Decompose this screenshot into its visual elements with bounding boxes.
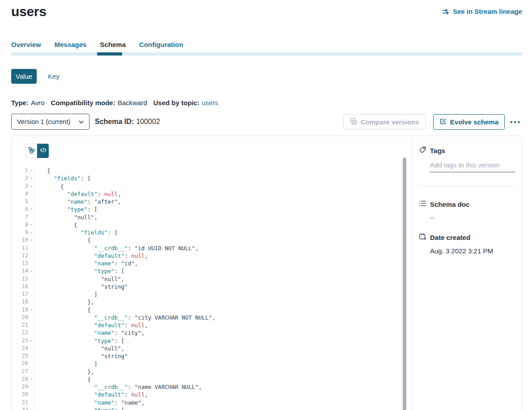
- fold-arrow-icon[interactable]: ▾: [28, 229, 34, 236]
- date-created-heading: Date created: [419, 233, 515, 242]
- tab-messages[interactable]: Messages: [55, 40, 87, 49]
- code-line: 19▾ {: [12, 306, 412, 314]
- code-line: 27 },: [12, 368, 412, 376]
- line-number: 32: [12, 406, 28, 410]
- line-number: 17: [12, 290, 28, 298]
- topic-link[interactable]: users: [202, 99, 218, 107]
- schema-doc-heading: Schema doc: [419, 200, 515, 208]
- code-line: 26 ]: [12, 360, 412, 367]
- tags-heading-label: Tags: [430, 147, 445, 154]
- code-text: "null",: [34, 214, 98, 221]
- code-line: 14▾ "type": [: [12, 267, 412, 275]
- code-text: "type": [: [34, 337, 124, 345]
- fold-arrow-icon[interactable]: ▾: [28, 167, 34, 175]
- fold-arrow-icon[interactable]: ▾: [28, 406, 34, 410]
- code-text: },: [34, 368, 94, 376]
- fold-spacer: [28, 260, 34, 267]
- editor-gutter: 18: [12, 298, 34, 306]
- schema-doc-value: --: [430, 214, 515, 221]
- tab-configuration[interactable]: Configuration: [139, 40, 183, 49]
- code-line: 18 },: [12, 298, 412, 306]
- code-text: {: [34, 183, 64, 190]
- tab-overview[interactable]: Overview: [11, 40, 41, 49]
- line-number: 12: [12, 252, 28, 260]
- editor-gutter: 27: [12, 368, 34, 376]
- fold-arrow-icon[interactable]: ▾: [28, 175, 34, 182]
- fold-arrow-icon[interactable]: ▾: [28, 183, 34, 190]
- line-number: 21: [12, 321, 28, 329]
- line-number: 16: [12, 283, 28, 290]
- type-label: Type:: [11, 99, 29, 107]
- fold-spacer: [28, 352, 34, 360]
- fold-spacer: [28, 399, 34, 406]
- line-number: 23: [12, 337, 28, 345]
- editor-gutter: 32▾: [12, 406, 34, 410]
- fold-spacer: [28, 314, 34, 321]
- editor-gutter: 29: [12, 383, 34, 391]
- editor-gutter: 21: [12, 321, 34, 329]
- code-text: {: [34, 376, 91, 383]
- editor-gutter: 8▾: [12, 221, 34, 229]
- stream-lineage-link[interactable]: See in Stream lineage: [442, 8, 522, 15]
- tab-schema[interactable]: Schema: [100, 40, 126, 49]
- line-number: 24: [12, 345, 28, 352]
- fold-spacer: [28, 391, 34, 398]
- code-line: 30 "default": null,: [12, 391, 412, 398]
- editor-scrollbar[interactable]: [403, 158, 406, 410]
- tag-icon: [419, 146, 426, 155]
- schema-id-value: 100002: [136, 118, 160, 126]
- fold-arrow-icon[interactable]: ▾: [28, 306, 34, 314]
- code-line: 25 "string": [12, 352, 412, 360]
- active-tab-indicator: [97, 52, 122, 56]
- key-toggle-button[interactable]: Key: [48, 73, 60, 80]
- code-text: "fields": [: [34, 229, 118, 236]
- more-options-icon: •••: [510, 118, 521, 126]
- evolve-schema-button[interactable]: Evolve schema: [433, 114, 505, 130]
- stream-lineage-icon: [442, 9, 450, 15]
- line-number: 8: [12, 221, 28, 229]
- calendar-plus-icon: [419, 233, 426, 242]
- tags-input[interactable]: [430, 161, 515, 172]
- code-text: },: [34, 298, 94, 306]
- fold-arrow-icon[interactable]: ▾: [28, 205, 34, 213]
- evolve-schema-label: Evolve schema: [450, 118, 498, 126]
- tree-view-button[interactable]: [26, 144, 37, 158]
- code-line: 28▾ {: [12, 376, 412, 383]
- editor-gutter: 4: [12, 190, 34, 198]
- code-text: "name": "id",: [34, 260, 138, 267]
- code-text: "name": "name",: [34, 399, 145, 406]
- fold-spacer: [28, 283, 34, 290]
- code-view-button[interactable]: [37, 144, 49, 158]
- editor-gutter: 9▾: [12, 229, 34, 236]
- code-text: "default": null,: [34, 321, 148, 329]
- line-number: 5: [12, 198, 28, 205]
- code-line: 3▾ {: [12, 183, 412, 190]
- more-options-button[interactable]: •••: [509, 116, 522, 128]
- value-key-toggle: Value Key: [11, 69, 522, 84]
- value-toggle-button[interactable]: Value: [11, 69, 37, 84]
- schema-meta: Type: Avro Compatibility mode: Backward …: [11, 99, 522, 107]
- code-line: 31 "name": "name",: [12, 399, 412, 406]
- line-number: 15: [12, 275, 28, 283]
- editor-gutter: 26: [12, 360, 34, 367]
- code-text: "name": "after",: [34, 198, 121, 205]
- code-line: 8▾ {: [12, 221, 412, 229]
- fold-arrow-icon[interactable]: ▾: [28, 221, 34, 229]
- fold-arrow-icon[interactable]: ▾: [28, 337, 34, 345]
- version-select[interactable]: Version 1 (current): [11, 114, 89, 130]
- tags-heading: Tags: [419, 146, 515, 155]
- line-number: 22: [12, 329, 28, 337]
- code-line: 11 "__crdb__": "id UUID NOT NULL",: [12, 244, 412, 252]
- compare-versions-icon: [350, 118, 357, 126]
- fold-arrow-icon[interactable]: ▾: [28, 267, 34, 275]
- editor-gutter: 11: [12, 244, 34, 252]
- chevron-down-icon: [79, 118, 84, 125]
- editor-gutter: 30: [12, 391, 34, 398]
- fold-arrow-icon[interactable]: ▾: [28, 236, 34, 244]
- schema-page: users See in Stream lineage OverviewMess…: [0, 4, 532, 410]
- compare-versions-button[interactable]: Compare versions: [343, 114, 426, 129]
- page-header: users See in Stream lineage: [11, 4, 522, 19]
- code-line: 10▾ {: [12, 236, 412, 244]
- code-line: 5 "name": "after",: [12, 198, 412, 205]
- fold-arrow-icon[interactable]: ▾: [28, 376, 34, 383]
